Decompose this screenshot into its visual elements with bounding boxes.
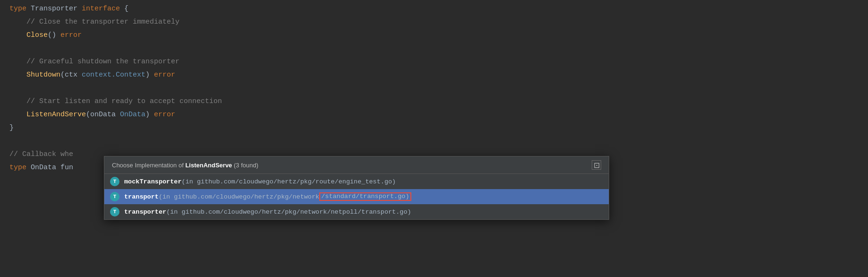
code-line-1: type Transporter interface {: [0, 5, 868, 18]
item-path-2-before: (in github.com/cloudwego/hertz/pkg/netwo…: [159, 193, 319, 200]
popup-results-list: T mockTransporter (in github.com/cloudwe…: [104, 174, 609, 219]
code-line-6: Shutdown (ctx context.Context ) error: [0, 71, 868, 84]
popup-title: Choose Implementation of ListenAndServe …: [112, 162, 258, 169]
item-icon-2: T: [110, 192, 119, 201]
popup-close-button[interactable]: ⊡: [592, 160, 601, 170]
code-line-7: [0, 84, 868, 97]
popup-header: Choose Implementation of ListenAndServe …: [104, 156, 609, 174]
item-path-3-end: /netpoll/transport.go): [327, 208, 411, 216]
popup-item-transport[interactable]: T transport (in github.com/cloudwego/her…: [104, 189, 609, 204]
popup-function-name: ListenAndServe: [185, 162, 232, 169]
item-path-2-highlight: /standard/transport.go): [319, 192, 411, 201]
code-line-9: ListenAndServe (onData OnData ) error: [0, 111, 868, 124]
item-icon-1: T: [110, 177, 119, 186]
item-path-3: (in github.com/cloudwego/hertz/pkg/netwo…: [166, 208, 327, 216]
code-line-10: }: [0, 124, 868, 137]
code-line-2: // Close the transporter immediately: [0, 18, 868, 31]
keyword-type: type: [9, 5, 26, 13]
item-name-1: mockTransporter: [124, 178, 182, 185]
item-path-1: (in github.com/cloudwego/hertz/pkg/route…: [182, 178, 396, 185]
implementation-popup: Choose Implementation of ListenAndServe …: [104, 156, 609, 220]
item-name-3: transporter: [124, 208, 166, 216]
item-icon-3: T: [110, 207, 119, 216]
code-line-4: [0, 44, 868, 58]
code-line-11: [0, 137, 868, 150]
code-line-5: // Graceful shutdown the transporter: [0, 58, 868, 71]
item-name-2: transport: [124, 193, 159, 200]
popup-item-transporter[interactable]: T transporter (in github.com/cloudwego/h…: [104, 204, 609, 219]
popup-item-mock-transporter[interactable]: T mockTransporter (in github.com/cloudwe…: [104, 174, 609, 189]
code-line-8: // Start listen and ready to accept conn…: [0, 97, 868, 111]
code-editor: type Transporter interface { // Close th…: [0, 0, 868, 277]
code-line-3: Close () error: [0, 31, 868, 44]
